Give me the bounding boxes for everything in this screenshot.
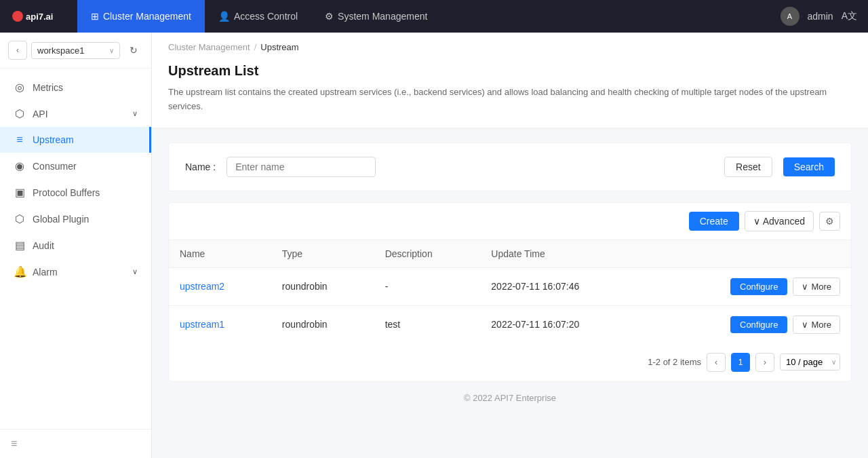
advanced-button[interactable]: ∨ Advanced [745, 211, 814, 231]
sidebar-footer: ≡ [0, 429, 151, 458]
chevron-down-icon: ∨ [802, 282, 808, 292]
sidebar-item-global-plugin[interactable]: ⬡ Global Plugin [0, 206, 151, 232]
table-row: upstream2 roundrobin - 2022-07-11 16:07:… [169, 267, 851, 305]
configure-button[interactable]: Configure [730, 316, 787, 333]
sidebar-item-label: Metrics [33, 82, 63, 93]
cell-description: - [374, 267, 481, 305]
pagination-summary: 1-2 of 2 items [648, 357, 701, 367]
breadcrumb: Cluster Management / Upstream [152, 33, 868, 52]
table-panel: Create ∨ Advanced ⚙ Name Type [168, 202, 852, 382]
footer: © 2022 API7 Enterprise [168, 382, 852, 414]
breadcrumb-current: Upstream [260, 42, 298, 52]
alarm-icon: 🔔 [14, 265, 26, 278]
protocol-icon: ▣ [14, 186, 26, 199]
chevron-down-icon: ∨ [132, 267, 138, 276]
breadcrumb-separator: / [254, 42, 257, 52]
name-search-input[interactable] [226, 157, 376, 177]
cell-actions: Configure ∨ More [649, 305, 851, 343]
api-icon: ⬡ [14, 107, 26, 120]
nav-system-management[interactable]: ⚙ System Management [311, 0, 441, 33]
cluster-management-label: Cluster Management [103, 11, 191, 22]
language-switcher[interactable]: A文 [842, 10, 857, 22]
name-label: Name : [185, 161, 216, 172]
prev-page-button[interactable]: ‹ [707, 353, 726, 372]
next-page-button[interactable]: › [755, 353, 774, 372]
system-management-label: System Management [338, 11, 427, 22]
cell-name: upstream1 [169, 305, 271, 343]
workspace-bar: ‹ workspace1 ∨ ↻ [0, 33, 151, 69]
upstream-link[interactable]: upstream1 [180, 319, 224, 330]
refresh-button[interactable]: ↻ [124, 41, 143, 60]
cell-type: roundrobin [271, 305, 374, 343]
back-button[interactable]: ‹ [8, 41, 27, 60]
cluster-icon: ⊞ [91, 11, 99, 22]
nav-cluster-management[interactable]: ⊞ Cluster Management [77, 0, 205, 33]
sidebar-item-metrics[interactable]: ◎ Metrics [0, 74, 151, 100]
svg-text:api7.ai: api7.ai [26, 12, 53, 22]
col-update-time: Update Time [480, 240, 649, 268]
page-description: The upstream list contains the created u… [168, 85, 852, 114]
sidebar-item-protocol-buffers[interactable]: ▣ Protocol Buffers [0, 179, 151, 206]
username: admin [808, 11, 833, 22]
consumer-icon: ◉ [14, 159, 26, 172]
page-title: Upstream List [168, 63, 852, 79]
upstream-icon: ≡ [14, 134, 26, 146]
configure-button[interactable]: Configure [730, 278, 787, 295]
search-button[interactable]: Search [783, 157, 835, 176]
settings-button[interactable]: ⚙ [819, 212, 840, 231]
menu-collapse-icon[interactable]: ≡ [11, 438, 17, 449]
cell-name: upstream2 [169, 267, 271, 305]
reset-button[interactable]: Reset [724, 157, 772, 177]
system-icon: ⚙ [325, 11, 334, 22]
table-row: upstream1 roundrobin test 2022-07-11 16:… [169, 305, 851, 343]
chevron-down-icon: ∨ [802, 320, 808, 330]
col-actions [649, 240, 851, 268]
page-1-button[interactable]: 1 [731, 353, 750, 372]
create-button[interactable]: Create [689, 212, 739, 231]
sidebar-item-label: API [33, 109, 48, 119]
col-type: Type [271, 240, 374, 268]
cell-type: roundrobin [271, 267, 374, 305]
avatar: A [781, 7, 800, 26]
col-name: Name [169, 240, 271, 268]
advanced-label: Advanced [763, 216, 805, 227]
nav-access-control[interactable]: 👤 Access Control [205, 0, 311, 33]
logo: api7.ai [11, 7, 72, 26]
cell-update-time: 2022-07-11 16:07:20 [480, 305, 649, 343]
sidebar-item-label: Protocol Buffers [33, 187, 100, 198]
access-control-label: Access Control [234, 11, 298, 22]
upstream-table: Name Type Description Update Time upstre… [169, 240, 851, 343]
access-icon: 👤 [218, 11, 230, 22]
workspace-selector[interactable]: workspace1 ∨ [31, 42, 120, 59]
sidebar-item-label: Alarm [33, 267, 58, 278]
upstream-link[interactable]: upstream2 [180, 281, 224, 292]
cell-description: test [374, 305, 481, 343]
top-nav: api7.ai ⊞ Cluster Management 👤 Access Co… [0, 0, 868, 33]
pagination: 1-2 of 2 items ‹ 1 › 10 / page 20 / page… [169, 343, 851, 381]
more-button[interactable]: ∨ More [793, 278, 840, 296]
search-panel: Name : Reset Search [168, 142, 852, 191]
chevron-down-icon: ∨ [132, 109, 138, 118]
page-header: Upstream List The upstream list contains… [152, 52, 868, 128]
settings-icon: ⚙ [825, 216, 834, 227]
chevron-down-icon: ∨ [109, 47, 114, 54]
workspace-name: workspace1 [37, 45, 84, 56]
sidebar-menu: ◎ Metrics ⬡ API ∨ ≡ Upstream ◉ Consumer … [0, 69, 151, 429]
sidebar-item-upstream[interactable]: ≡ Upstream [0, 127, 151, 153]
breadcrumb-parent[interactable]: Cluster Management [168, 42, 250, 52]
sidebar-item-audit[interactable]: ▤ Audit [0, 232, 151, 259]
sidebar-item-label: Audit [33, 240, 54, 251]
per-page-selector[interactable]: 10 / page 20 / page 50 / page [780, 354, 840, 370]
sidebar-item-consumer[interactable]: ◉ Consumer [0, 153, 151, 179]
sidebar: ‹ workspace1 ∨ ↻ ◎ Metrics ⬡ API ∨ ≡ Ups… [0, 33, 152, 458]
more-button[interactable]: ∨ More [793, 316, 840, 334]
main-content: Cluster Management / Upstream Upstream L… [152, 33, 868, 458]
table-toolbar: Create ∨ Advanced ⚙ [169, 203, 851, 240]
sidebar-item-api[interactable]: ⬡ API ∨ [0, 100, 151, 127]
col-description: Description [374, 240, 481, 268]
sidebar-item-alarm[interactable]: 🔔 Alarm ∨ [0, 259, 151, 285]
copyright-text: © 2022 API7 Enterprise [464, 393, 556, 403]
chevron-down-icon: ∨ [753, 216, 760, 227]
metrics-icon: ◎ [14, 81, 26, 94]
more-label: More [811, 320, 831, 330]
